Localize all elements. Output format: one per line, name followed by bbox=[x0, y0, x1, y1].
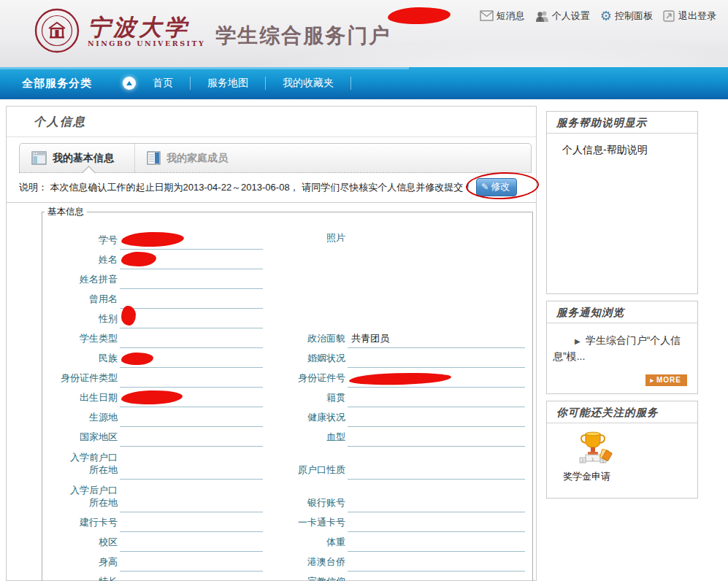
field-label: 民族 bbox=[42, 352, 120, 368]
redaction-scribble bbox=[121, 231, 184, 247]
all-services-button[interactable]: 全部服务分类 bbox=[22, 77, 92, 91]
field-label: 性别 bbox=[42, 312, 120, 328]
form-row: 生源地健康状况 bbox=[42, 407, 529, 427]
related-services-panel: 你可能还关注的服务 1 2 3 奖学金申请 bbox=[546, 401, 698, 499]
service-notice-title: 服务通知浏览 bbox=[547, 301, 697, 323]
scholarship-service-item[interactable]: 1 2 3 奖学金申请 bbox=[573, 429, 697, 483]
help-panel: 服务帮助说明显示 个人信息-帮助说明 bbox=[546, 111, 698, 294]
redaction-scribble bbox=[349, 372, 451, 386]
service-notice-panel: 服务通知浏览 ▶学生综合门户“个人信息”模... ▸MORE bbox=[546, 301, 698, 394]
logout-label: 退出登录 bbox=[678, 9, 716, 23]
field-label: 籍贯 bbox=[292, 391, 348, 407]
field-underline bbox=[348, 348, 525, 368]
field-underline bbox=[120, 250, 263, 269]
trophy-icon: 1 2 3 bbox=[573, 429, 613, 469]
personal-settings-label: 个人设置 bbox=[552, 9, 590, 23]
edit-button[interactable]: ✎ 修改 bbox=[476, 178, 517, 196]
form-row: 曾用名 bbox=[42, 289, 529, 309]
control-panel-label: 控制面板 bbox=[615, 9, 653, 23]
field-label: 入学前户口 所在地 bbox=[42, 451, 120, 480]
messages-menu-item[interactable]: 短消息 bbox=[480, 9, 525, 23]
personal-settings-menu-item[interactable]: 个人设置 bbox=[535, 9, 590, 23]
more-button[interactable]: ▸MORE bbox=[645, 374, 687, 386]
personal-info-panel: 个人信息 我的基本信息 我的家庭成员 说明： 本次信息确认工作的起止日期为201… bbox=[6, 106, 537, 581]
field-label: 银行账号 bbox=[292, 496, 348, 512]
form-row: 姓名 bbox=[42, 250, 529, 269]
form-row: 学号照片 bbox=[42, 223, 529, 250]
field-underline bbox=[120, 309, 263, 328]
field-label: 宗教信仰 bbox=[292, 575, 348, 581]
related-services-title: 你可能还关注的服务 bbox=[547, 401, 697, 423]
field-label: 入学后户口 所在地 bbox=[42, 484, 120, 512]
field-label: 婚姻状况 bbox=[292, 352, 348, 368]
pencil-icon: ✎ bbox=[481, 182, 488, 192]
basic-info-legend: 基本信息 bbox=[45, 206, 87, 218]
form-row: 性别 bbox=[42, 309, 529, 328]
page-title: 个人信息 bbox=[7, 107, 536, 137]
field-underline bbox=[120, 572, 263, 581]
control-panel-menu-item[interactable]: ⚙ 控制面板 bbox=[600, 9, 653, 23]
more-arrow-icon: ▸ bbox=[650, 377, 654, 384]
logout-menu-item[interactable]: 退出登录 bbox=[663, 9, 716, 23]
redaction-scribble bbox=[121, 352, 153, 365]
field-label: 学生类型 bbox=[42, 332, 120, 348]
help-panel-content: 个人信息-帮助说明 bbox=[562, 144, 648, 155]
field-label: 特长 bbox=[42, 575, 120, 581]
field-label: 曾用名 bbox=[42, 293, 120, 309]
form-row: 身高港澳台侨 bbox=[42, 552, 529, 572]
form-row: 身份证件类型身份证件号 bbox=[42, 368, 529, 388]
nav-favorites[interactable]: 我的收藏夹 bbox=[266, 77, 350, 90]
tab-my-family[interactable]: 我的家庭成员 bbox=[135, 144, 248, 172]
field-label: 国家地区 bbox=[42, 431, 120, 447]
field-underline bbox=[348, 388, 525, 407]
svg-text:2: 2 bbox=[582, 458, 584, 463]
field-label: 健康状况 bbox=[292, 411, 348, 427]
notice-link-text: 学生综合门户“个人信息”模... bbox=[553, 334, 681, 362]
user-settings-icon bbox=[535, 10, 549, 22]
more-button-label: MORE bbox=[656, 376, 681, 384]
field-label: 身份证件号 bbox=[292, 372, 348, 388]
field-label: 一卡通卡号 bbox=[292, 516, 348, 532]
nav-service-map[interactable]: 服务地图 bbox=[191, 77, 265, 90]
form-row: 民族婚姻状况 bbox=[42, 348, 529, 368]
field-label: 校区 bbox=[42, 536, 120, 552]
form-row: 校区体重 bbox=[42, 532, 529, 552]
field-underline bbox=[120, 388, 263, 407]
field-label: 身份证件类型 bbox=[42, 372, 120, 388]
field-underline bbox=[348, 480, 525, 512]
control-panel-icon: ⚙ bbox=[600, 10, 612, 22]
portal-title: 学生综合服务门户 bbox=[215, 22, 391, 50]
form-row: 特长宗教信仰 bbox=[42, 572, 529, 581]
field-value: 共青团员 bbox=[351, 332, 389, 345]
redaction-scribble bbox=[121, 251, 157, 266]
field-underline bbox=[348, 407, 525, 427]
redaction-scribble bbox=[121, 390, 183, 405]
field-underline bbox=[120, 328, 263, 348]
message-icon bbox=[480, 10, 494, 21]
field-label: 血型 bbox=[292, 431, 348, 447]
field-underline bbox=[348, 532, 525, 552]
nav-divider bbox=[350, 77, 351, 90]
nav-home[interactable]: 首页 bbox=[136, 77, 190, 90]
notice-link[interactable]: ▶学生综合门户“个人信息”模... bbox=[553, 333, 691, 364]
document-icon bbox=[147, 151, 161, 165]
collapse-up-icon[interactable] bbox=[123, 77, 136, 90]
scholarship-service-label: 奖学金申请 bbox=[563, 470, 697, 483]
window-icon bbox=[31, 151, 47, 165]
field-label: 建行卡号 bbox=[42, 516, 120, 532]
field-underline bbox=[120, 552, 263, 572]
field-label: 港澳台侨 bbox=[292, 555, 348, 572]
field-underline bbox=[120, 532, 263, 552]
field-label: 姓名 bbox=[42, 253, 120, 269]
field-underline bbox=[120, 427, 263, 447]
field-underline bbox=[120, 447, 263, 480]
tab-family-label: 我的家庭成员 bbox=[166, 152, 228, 165]
tab-my-basic-info[interactable]: 我的基本信息 bbox=[20, 144, 134, 172]
university-seal-icon bbox=[34, 7, 80, 54]
tab-basic-info-label: 我的基本信息 bbox=[53, 152, 114, 165]
notice-bar: 说明： 本次信息确认工作的起止日期为2013-04-22～2013-06-08，… bbox=[7, 173, 536, 203]
notice-text: 说明： 本次信息确认工作的起止日期为2013-04-22～2013-06-08，… bbox=[19, 181, 472, 194]
messages-label: 短消息 bbox=[497, 9, 525, 23]
bullet-arrow-icon: ▶ bbox=[575, 337, 581, 345]
redacted-username bbox=[388, 7, 451, 25]
